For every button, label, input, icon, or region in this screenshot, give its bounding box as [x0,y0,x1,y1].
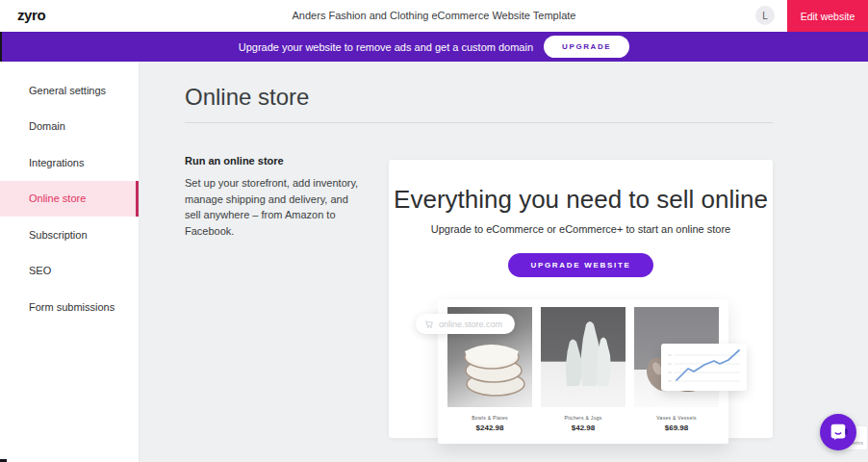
pitchers-product-image [541,307,625,407]
edit-website-button[interactable]: Edit website [787,0,868,32]
site-title: Anders Fashion and Clothing eCommerce We… [0,10,868,21]
frame-edge-artifact [0,32,2,62]
product-price: $242.98 [447,424,532,432]
sidebar-item-integrations[interactable]: Integrations [0,144,139,181]
sidebar-item-subscription[interactable]: Subscription [0,217,139,253]
sidebar-item-online-store[interactable]: Online store [0,181,139,218]
ecommerce-promo-card: Everything you need to sell online Upgra… [389,160,773,438]
product-card: Pitchers & Jugs $42.98 [541,307,625,432]
shopping-cart-icon [424,320,434,329]
title-divider [185,122,773,123]
product-price: $69.98 [634,424,719,432]
line-chart-icon [661,344,747,391]
promo-heading: Everything you need to sell online [389,185,773,215]
sidebar-item-domain[interactable]: Domain [0,109,139,145]
upgrade-banner: Upgrade your website to remove ads and g… [0,32,868,62]
upgrade-banner-text: Upgrade your website to remove ads and g… [239,41,533,53]
pitchers-illustration [541,307,625,407]
upgrade-website-button[interactable]: UPGRADE WEBSITE [508,253,652,277]
main-content: Online store Run an online store Set up … [140,62,868,462]
page-title: Online store [185,84,309,111]
promo-subheading: Upgrade to eCommerce or eCommerce+ to st… [389,223,773,235]
product-name: Pitchers & Jugs [541,415,625,421]
sidebar-item-general-settings[interactable]: General settings [0,72,139,109]
store-url-pill: online.store.com [416,314,515,334]
product-price: $42.98 [541,424,625,432]
sidebar-item-seo[interactable]: SEO [0,253,139,290]
top-bar: zyro Anders Fashion and Clothing eCommer… [0,0,868,32]
chat-bubble-icon [828,422,849,443]
chat-widget-button[interactable] [820,414,856,450]
sales-chart-card [661,344,747,391]
section-description: Set up your storefront, add inventory, m… [185,175,360,239]
run-store-section: Run an online store Set up your storefro… [185,155,360,239]
product-name: Bowls & Plates [447,415,532,421]
upgrade-button[interactable]: UPGRADE [544,36,629,58]
sidebar-item-form-submissions[interactable]: Form submissions [0,289,139,325]
user-avatar[interactable]: L [755,6,775,25]
section-title: Run an online store [185,155,360,167]
product-name: Vases & Vessels [634,415,719,421]
settings-sidebar: General settings Domain Integrations Onl… [0,62,140,462]
store-url-text: online.store.com [439,320,502,329]
